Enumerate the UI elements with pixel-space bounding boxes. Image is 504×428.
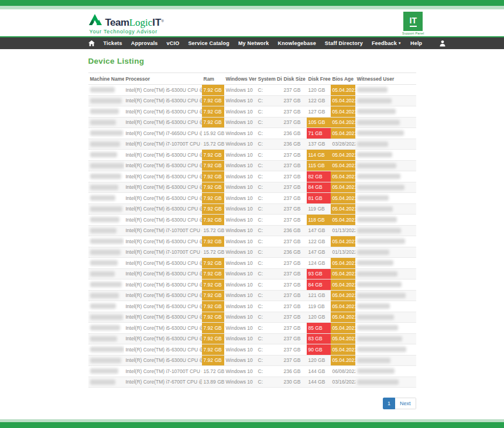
witnessed-user-cell [355,150,416,161]
witnessed-user-cell [355,171,416,182]
nav-item-staff-directory[interactable]: Staff Directory [325,40,363,46]
table-row: Intel(R) Core(TM) i5-6300U CPU @ 2.40GHz… [88,344,416,355]
ram-cell: 15.72 GB [202,366,224,377]
system-disk-cell: C: [256,182,282,193]
machine-name-cell [88,85,124,96]
witnessed-user-cell [355,323,416,334]
ram-cell: 7.92 GB [202,117,224,128]
windows-version-cell: Windows 10 [224,236,256,247]
teamlogic-it-logo[interactable]: TeamLogicIT® Your Technology Advisor [88,11,164,34]
windows-version-cell: Windows 10 [224,268,256,279]
processor-cell: Intel(R) Core(TM) i5-6300U CPU @ 2.40GHz [124,236,202,247]
witnessed-user-redacted [357,120,400,125]
machine-name-cell [88,215,124,226]
machine-name-redacted [90,163,124,168]
ram-cell: 7.92 GB [202,193,224,204]
witnessed-user-cell [355,225,416,236]
nav-item-service-catalog[interactable]: Service Catalog [188,40,229,46]
support-firm-caption: Support Panel [402,32,424,35]
machine-name-cell [88,258,124,269]
machine-name-redacted [90,228,116,233]
column-header-system-disk: System Disk [256,73,282,85]
witnessed-user-redacted [357,325,398,330]
nav-item-feedback[interactable]: Feedback ▼ [372,40,402,46]
nav-item-approvals[interactable]: Approvals [131,40,158,46]
disk-free-cell: 120 GB [307,312,331,323]
processor-cell: Intel(R) Core(TM) i5-6300U CPU @ 2.40GHz [124,301,202,312]
witnessed-user-redacted [357,260,393,265]
system-disk-cell: C: [256,225,282,236]
bios-age-cell: 05.04.2021 [331,312,355,323]
brand-word-logic: Logic [129,18,153,27]
disk-free-cell: 93 GB [307,268,331,279]
disk-size-cell: 236 GB [282,366,307,377]
nav-item-knowlegebase[interactable]: Knowlegebase [277,40,316,46]
bios-age-cell: 05.04.2021 [331,323,355,334]
disk-size-cell: 237 GB [282,236,307,247]
witnessed-user-redacted [357,87,388,92]
witnessed-user-cell [355,268,416,279]
windows-version-cell: Windows 10 [224,323,256,334]
bios-age-cell: 05.04.2021 [331,182,355,193]
system-disk-cell: C: [256,333,282,344]
bios-age-cell: 05.04.2021 [331,215,355,226]
machine-name-redacted [90,98,122,103]
bios-age-cell: 05.04.2021 [331,128,355,139]
table-row: Intel(R) Core(TM) i5-6300U CPU @ 2.40GHz… [88,215,416,226]
ram-cell: 7.92 GB [202,344,224,355]
disk-size-cell: 237 GB [282,344,307,355]
table-row: Intel(R) Core(TM) i5-6300U CPU @ 2.40GHz… [88,355,416,366]
bios-age-cell: 05.04.2021 [331,279,355,291]
machine-name-redacted [90,206,122,212]
witnessed-user-redacted [357,98,392,103]
disk-size-cell: 237 GB [282,171,307,182]
windows-version-cell: Windows 10 [224,279,256,291]
nav-item-tickets[interactable]: Tickets [104,40,122,46]
support-firm-logo: IT Support Panel [402,12,424,35]
system-disk-cell: C: [256,171,282,182]
system-disk-cell: C: [256,215,282,226]
ram-cell: 7.92 GB [202,312,224,323]
main-content: Device Listing Machine NameProcessorRamW… [0,49,504,409]
machine-name-redacted [90,336,117,341]
table-row: Intel(R) Core(TM) i5-6300U CPU @ 2.40GHz… [88,117,416,128]
disk-size-cell: 237 GB [282,182,307,193]
witnessed-user-redacted [357,109,396,114]
machine-name-redacted [90,347,124,352]
witnessed-user-redacted [357,163,396,168]
processor-cell: Intel(R) Core(TM) i5-6300U CPU @ 2.40GHz [124,258,202,269]
witnessed-user-cell [355,215,416,226]
teamlogic-triangle-icon [88,13,104,27]
disk-size-cell: 230 GB [282,377,307,388]
user-account-icon[interactable] [440,40,445,47]
table-row: Intel(R) Core(TM) i5-6300U CPU @ 2.40GHz… [88,236,416,247]
witnessed-user-cell [355,290,416,301]
nav-item-my-network[interactable]: My Network [238,40,269,46]
machine-name-cell [88,366,124,377]
ram-cell: 15.72 GB [202,247,224,258]
processor-cell: Intel(R) Core(TM) i5-6300U CPU @ 2.40GHz [124,355,202,366]
disk-size-cell: 237 GB [282,355,307,366]
ram-cell: 7.92 GB [202,268,224,279]
witnessed-user-redacted [357,282,402,287]
processor-cell: Intel(R) Core(TM) i7-6700T CPU @ 2.80GHz [124,377,202,388]
processor-cell: Intel(R) Core(TM) i5-6300U CPU @ 2.40GHz [124,268,202,279]
disk-free-cell: 105 GB [307,117,331,128]
machine-name-cell [88,150,124,161]
machine-name-redacted [90,141,120,147]
nav-item-help[interactable]: Help [410,40,422,46]
table-row: Intel(R) Core(TM) i5-6300U CPU @ 2.40GHz… [88,150,416,161]
disk-size-cell: 237 GB [282,85,307,96]
disk-free-cell: 120 GB [307,355,331,366]
table-row: Intel(R) Core(TM) i5-6300U CPU @ 2.40GHz… [88,258,416,269]
nav-item-vcio[interactable]: vCIO [167,40,180,46]
disk-free-cell: 85 GB [307,323,331,334]
next-page-button[interactable]: Next [395,398,416,409]
page-1-button[interactable]: 1 [383,398,395,409]
disk-free-cell: 144 GB [307,377,331,388]
system-disk-cell: C: [256,268,282,279]
home-icon[interactable] [88,40,95,46]
bios-age-cell: 05.04.2021 [331,355,355,366]
table-row: Intel(R) Core(TM) i5-6300U CPU @ 2.40GHz… [88,301,416,312]
machine-name-cell [88,225,124,236]
